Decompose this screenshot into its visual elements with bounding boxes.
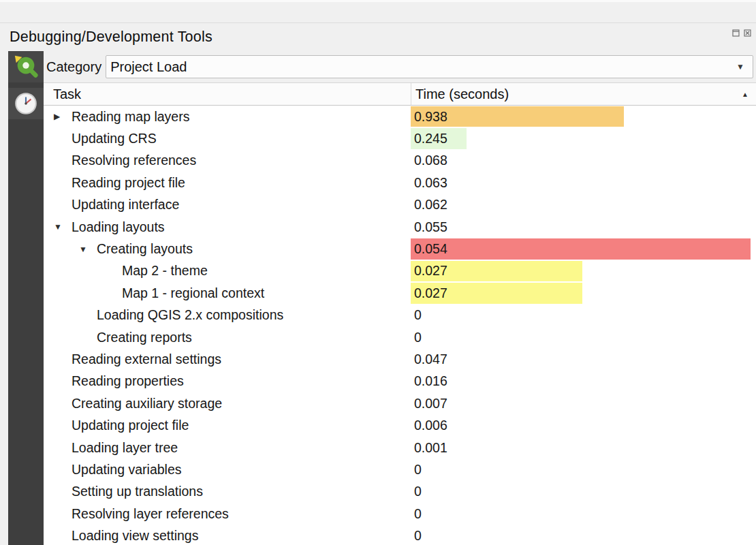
panel-title: Debugging/Development Tools: [0, 29, 212, 46]
task-name: Loading layer tree: [72, 440, 178, 456]
table-row[interactable]: Updating variables 0: [44, 458, 756, 480]
time-value: 0: [411, 506, 422, 522]
time-value: 0: [411, 330, 422, 345]
time-value: 0.006: [411, 418, 447, 433]
table-row[interactable]: Reading external settings 0.047: [44, 348, 756, 370]
table-row[interactable]: Loading view settings 0: [44, 525, 756, 545]
time-value: 0.938: [411, 109, 447, 125]
table-row[interactable]: Creating reports 0: [44, 326, 756, 348]
expand-expanded-icon[interactable]: ▼: [54, 222, 72, 232]
time-cell: 0.063: [411, 172, 756, 193]
task-name: Updating project file: [72, 418, 189, 433]
time-cell: 0.027: [411, 282, 756, 304]
column-header-time-label: Time (seconds): [415, 87, 509, 102]
time-value: 0.007: [411, 396, 447, 411]
time-value: 0.068: [411, 153, 447, 168]
time-cell: 0.007: [411, 392, 756, 414]
table-row[interactable]: Updating interface 0.062: [44, 194, 756, 216]
task-cell: Resolving layer references: [44, 506, 411, 522]
table-row[interactable]: Resolving layer references 0: [44, 503, 756, 525]
table-row[interactable]: ▶ Reading map layers 0.938: [44, 106, 756, 127]
time-value: 0.062: [411, 197, 447, 213]
time-value: 0.016: [411, 373, 447, 389]
task-name: Reading project file: [72, 175, 185, 191]
task-cell: Setting up translations: [44, 484, 411, 499]
task-name: Reading external settings: [72, 352, 221, 367]
table-row[interactable]: Resolving references 0.068: [44, 150, 756, 172]
category-select[interactable]: Project Load ▼: [106, 55, 753, 78]
task-name: Setting up translations: [72, 484, 203, 499]
task-cell: Reading external settings: [44, 352, 411, 367]
expand-collapsed-icon[interactable]: ▶: [54, 112, 72, 121]
time-value: 0: [411, 528, 422, 544]
time-cell: 0: [411, 503, 756, 525]
table-row[interactable]: ▼ Loading layouts 0.055: [44, 216, 756, 238]
profiler-tool-button[interactable]: [8, 88, 44, 119]
task-cell: ▼ Loading layouts: [44, 219, 411, 235]
time-value: 0: [411, 307, 422, 323]
task-name: Resolving references: [72, 153, 196, 168]
table-body: ▶ Reading map layers 0.938 Updating CRS …: [44, 106, 756, 545]
task-name: Map 1 - regional context: [122, 285, 264, 301]
close-icon: [744, 29, 751, 37]
table-header: Task Time (seconds) ▲: [44, 83, 756, 106]
time-value: 0.027: [411, 263, 447, 279]
time-value: 0: [411, 484, 422, 499]
time-cell: 0: [411, 326, 756, 348]
task-cell: Loading view settings: [44, 528, 411, 544]
time-cell: 0.055: [411, 216, 756, 238]
task-cell: Updating variables: [44, 462, 411, 478]
table-row[interactable]: ▼ Creating layouts 0.054: [44, 238, 756, 260]
time-cell: 0.006: [411, 414, 756, 436]
task-cell: Map 2 - theme: [44, 263, 411, 279]
qgis-logo-button[interactable]: [8, 51, 44, 82]
task-name: Creating reports: [97, 330, 192, 345]
time-value: 0: [411, 462, 422, 478]
table-row[interactable]: Updating CRS 0.245: [44, 127, 756, 149]
qgis-logo-icon: [13, 54, 39, 80]
table-row[interactable]: Creating auxiliary storage 0.007: [44, 392, 756, 414]
close-panel-button[interactable]: [743, 29, 752, 37]
time-value: 0.245: [411, 131, 447, 146]
table-row[interactable]: Setting up translations 0: [44, 481, 756, 503]
task-cell: Updating interface: [44, 197, 411, 213]
task-name: Updating CRS: [72, 131, 157, 146]
time-cell: 0.001: [411, 437, 756, 458]
task-name: Creating auxiliary storage: [72, 396, 222, 411]
time-value: 0.055: [411, 219, 447, 235]
table-row[interactable]: Map 1 - regional context 0.027: [44, 282, 756, 304]
task-name: Loading view settings: [72, 528, 198, 544]
table-row[interactable]: Reading properties 0.016: [44, 371, 756, 392]
dock-buttons: [731, 29, 752, 37]
time-cell: 0: [411, 525, 756, 545]
task-name: Loading layouts: [72, 219, 165, 235]
chevron-down-icon: ▼: [736, 62, 744, 72]
task-cell: Updating CRS: [44, 131, 411, 146]
table-row[interactable]: Updating project file 0.006: [44, 414, 756, 436]
time-value: 0.063: [411, 175, 447, 191]
float-window-button[interactable]: [731, 29, 740, 37]
left-toolbar: [8, 51, 44, 545]
time-value: 0.047: [411, 352, 447, 367]
task-cell: Creating reports: [44, 330, 411, 345]
time-cell: 0.054: [411, 238, 756, 260]
task-cell: ▶ Reading map layers: [44, 109, 411, 125]
task-cell: Loading layer tree: [44, 440, 411, 456]
table-row[interactable]: Reading project file 0.063: [44, 172, 756, 193]
task-cell: Updating project file: [44, 418, 411, 433]
task-name: Map 2 - theme: [122, 263, 208, 279]
task-cell: Map 1 - regional context: [44, 285, 411, 301]
column-header-task[interactable]: Task: [44, 83, 411, 105]
time-cell: 0.047: [411, 348, 756, 370]
time-cell: 0.068: [411, 150, 756, 172]
task-name: Resolving layer references: [72, 506, 229, 522]
table-row[interactable]: Map 2 - theme 0.027: [44, 260, 756, 282]
task-cell: Reading project file: [44, 175, 411, 191]
task-cell: Reading properties: [44, 373, 411, 389]
column-header-time[interactable]: Time (seconds) ▲: [411, 83, 756, 105]
expand-expanded-icon[interactable]: ▼: [79, 245, 97, 254]
task-cell: Creating auxiliary storage: [44, 396, 411, 411]
table-row[interactable]: Loading QGIS 2.x compositions 0: [44, 305, 756, 326]
table-row[interactable]: Loading layer tree 0.001: [44, 437, 756, 458]
time-cell: 0.938: [411, 106, 756, 127]
